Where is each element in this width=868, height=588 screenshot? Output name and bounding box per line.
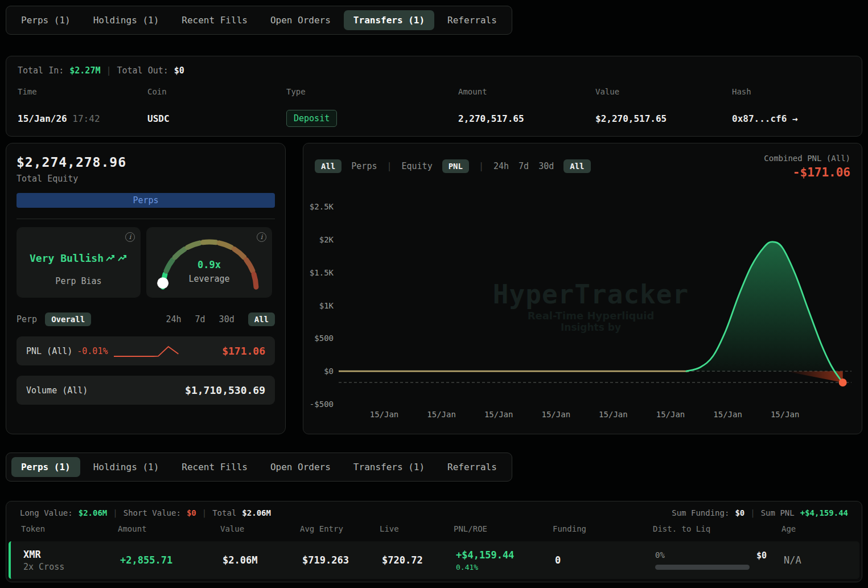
range-7d[interactable]: 7d [195,314,205,324]
range-30d[interactable]: 30d [219,314,235,324]
y-tick-label: $0 [324,367,334,376]
tab-referrals[interactable]: Referrals [438,10,507,30]
col-token: Token [21,524,118,533]
x-tick-label: 15/Jan [656,410,685,419]
x-tick-label: 15/Jan [713,410,742,419]
tab-holdings-1[interactable]: Holdings (1) [84,10,169,30]
sum-pnl-label: Sum PNL [761,508,795,517]
separator: | [106,65,111,76]
allocation-bar-label: Perps [133,195,158,205]
gauge-segment [175,249,184,257]
position-dist-to-liq: 0% $0 [655,550,784,570]
x-tick-label: 15/Jan [599,410,628,419]
allocation-bar-perps[interactable]: Perps [17,193,275,208]
y-tick-label: $1.5K [310,268,334,277]
position-roe: 0.41% [456,563,555,571]
tab-open-orders[interactable]: Open Orders [261,457,340,477]
tab-referrals[interactable]: Referrals [438,457,507,477]
x-tick-label: 15/Jan [484,410,513,419]
transfer-clock: 17:42 [72,113,100,124]
info-icon[interactable]: i [125,232,135,242]
position-avg-entry: $719.263 [302,554,382,566]
sum-pnl-value: +$4,159.44 [800,508,848,517]
perp-bias-label: Perp Bias [17,276,141,286]
pnl-pct: -0.01% [77,346,108,356]
tab-recent-fills[interactable]: Recent Fills [172,10,257,30]
top-tab-bar: Perps (1)Holdings (1)Recent FillsOpen Or… [6,6,512,35]
pnl-area-fill [686,242,836,371]
gauge-segment [203,242,216,242]
pnl-metric-row: PNL (All) -0.01% $171.06 [17,336,275,365]
leverage-label: Leverage [146,274,272,284]
col-type: Type [286,87,458,96]
transfers-panel: Total In: $2.27M | Total Out: $0 Time Co… [6,56,862,137]
long-value: $2.06M [79,508,108,517]
positions-header-row: Token Amount Value Avg Entry Live PNL/RO… [6,524,862,533]
tab-perps-1[interactable]: Perps (1) [11,10,80,30]
overall-pill[interactable]: Overall [45,312,91,326]
dist-to-liq-bar [655,565,750,570]
col-live: Live [380,524,454,533]
total-in-label: Total In: [18,65,64,76]
total-equity-value: $2,274,278.96 [17,155,275,170]
sum-funding-value: $0 [735,508,744,517]
transfer-coin: USDC [147,113,286,124]
position-pnl-roe: +$4,159.44 0.41% [456,549,555,571]
col-amount: Amount [118,524,220,533]
volume-value: $1,710,530.69 [185,384,265,396]
perp-bias-value: Very Bullish [30,252,104,264]
pnl-label: PNL (All) [26,346,72,356]
col-amount: Amount [458,87,595,96]
positions-summary: Long Value: $2.06M | Short Value: $0 | T… [6,501,862,517]
tab-holdings-1[interactable]: Holdings (1) [84,457,169,477]
divider [17,219,275,219]
separator: | [113,508,117,517]
short-value-label: Short Value: [124,508,181,517]
pnl-sparkline [113,344,186,359]
position-row[interactable]: XMR 2x Cross +2,855.71 $2.06M $719.263 $… [9,541,859,579]
transfer-hash-link[interactable]: 0x87...cf6 → [732,113,862,124]
volume-label: Volume (All) [26,385,88,396]
col-hash: Hash [732,87,862,96]
positions-panel: Long Value: $2.06M | Short Value: $0 | T… [6,501,862,582]
tab-transfers-1[interactable]: Transfers (1) [344,10,434,30]
perp-filter-label: Perp [17,314,37,324]
col-coin: Coin [147,87,286,96]
equity-panel: $2,274,278.96 Total Equity Perps i Very … [6,143,286,434]
perp-bias-card: i Very Bullish Perp Bias [17,227,141,298]
pnl-area-chart[interactable]: $2.5K$2K$1.5K$1K$500$0-$50015/Jan15/Jan1… [303,143,863,434]
total-out-value: $0 [174,65,184,76]
position-age: N/A [784,554,859,566]
tab-open-orders[interactable]: Open Orders [261,10,340,30]
current-value-dot [839,379,847,386]
position-value: $2.06M [223,554,302,566]
deposit-badge: Deposit [286,110,337,127]
col-dist-to-liq: Dist. to Liq [653,524,781,533]
total-out-label: Total Out: [117,65,168,76]
range-24h[interactable]: 24h [166,314,181,324]
volume-metric-row: Volume (All) $1,710,530.69 [17,376,275,405]
col-value: Value [595,87,732,96]
y-tick-label: $2.5K [310,202,334,211]
tab-recent-fills[interactable]: Recent Fills [172,457,257,477]
position-token: XMR 2x Cross [23,549,120,572]
range-all-pill[interactable]: All [248,312,275,326]
x-tick-label: 15/Jan [771,410,800,419]
dist-value: $0 [756,550,767,561]
dashboard: Perps (1)Holdings (1)Recent FillsOpen Or… [0,0,868,588]
tab-transfers-1[interactable]: Transfers (1) [344,457,434,477]
position-funding: 0 [555,554,655,566]
tab-perps-1[interactable]: Perps (1) [11,457,80,477]
trend-up-icon [106,254,116,262]
dist-pct: 0% [655,550,665,561]
negative-pnl-wedge [786,371,843,383]
leverage-gauge-card: i 0.9x Leverage [146,227,272,298]
transfers-summary: Total In: $2.27M | Total Out: $0 [6,56,862,79]
sum-funding-label: Sum Funding: [672,508,729,517]
transfer-type: Deposit [286,110,458,127]
position-amount: +2,855.71 [120,554,223,566]
separator: | [202,508,207,517]
token-symbol: XMR [23,549,120,560]
bottom-tab-bar: Perps (1)Holdings (1)Recent FillsOpen Or… [6,453,512,482]
col-value: Value [220,524,300,533]
